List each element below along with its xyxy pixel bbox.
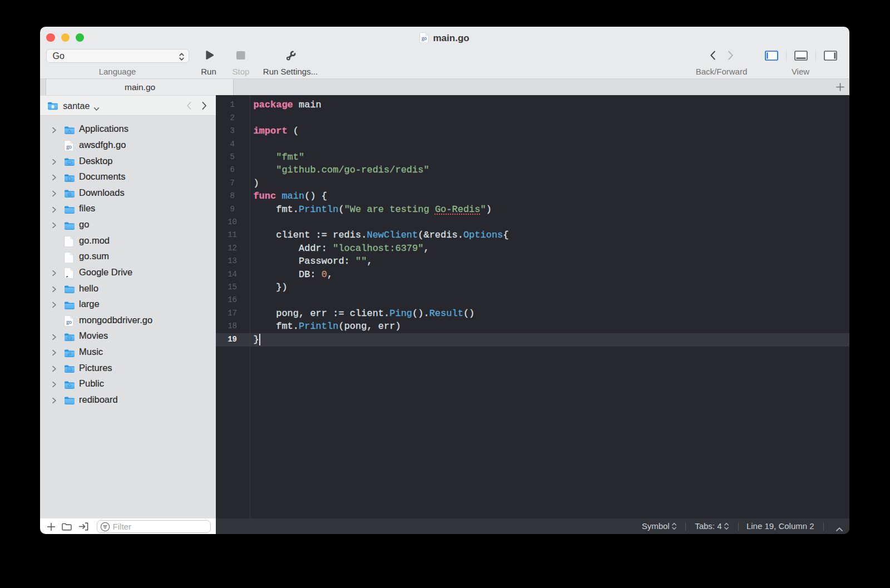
svg-text:go: go — [422, 35, 427, 41]
svg-text:go: go — [66, 144, 72, 150]
svg-text:go: go — [66, 319, 72, 325]
